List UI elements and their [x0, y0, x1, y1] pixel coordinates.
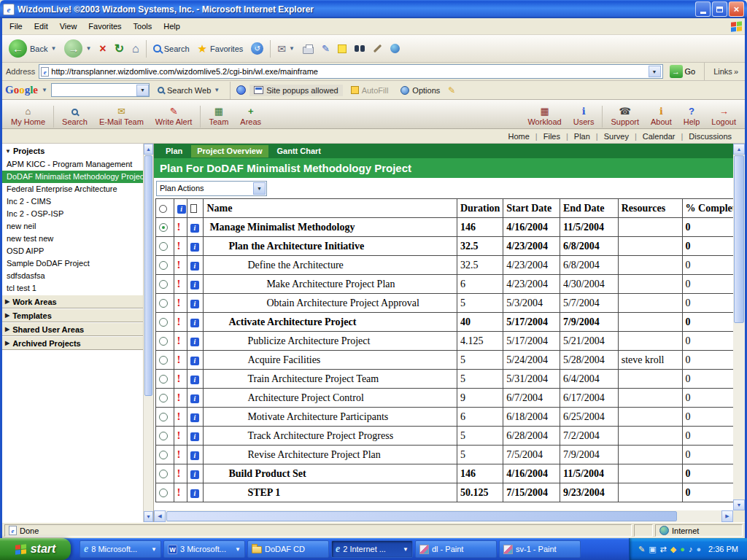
tab-project-overview[interactable]: Project Overview — [191, 145, 268, 158]
task-select-radio[interactable] — [159, 299, 168, 308]
home-button[interactable]: ⌂ — [128, 37, 143, 61]
sidebar-scrollbar-thumb[interactable] — [144, 155, 152, 396]
sidebar-project-item[interactable]: Inc 2 - OSP-ISP — [2, 208, 143, 220]
nav-files[interactable]: Files — [539, 132, 565, 141]
plan-actions-select[interactable]: Plan Actions ▼ — [156, 181, 267, 196]
sidebar-project-item[interactable]: OSD AIPP — [2, 245, 143, 257]
app-button-about[interactable]: ℹAbout — [645, 104, 678, 128]
scroll-left-button[interactable]: ◀ — [154, 510, 166, 522]
taskbar-item[interactable]: e8 Microsoft...▼ — [80, 540, 161, 558]
menu-file[interactable]: File — [4, 20, 28, 33]
vertical-scrollbar-thumb[interactable] — [734, 155, 744, 323]
task-select-radio[interactable] — [159, 489, 168, 497]
tab-plan[interactable]: Plan — [160, 145, 188, 158]
vertical-scrollbar[interactable]: ▲ ▼ — [733, 144, 745, 510]
app-button-write-alert[interactable]: ✎Write Alert — [150, 104, 198, 128]
print-button[interactable] — [299, 37, 317, 61]
history-button[interactable]: ↺ — [247, 37, 267, 61]
sidebar-project-item[interactable]: Inc 2 - CIMS — [2, 195, 143, 208]
task-name[interactable]: Define the Architecture — [204, 256, 457, 275]
favorites-button[interactable]: ★ Favorites — [194, 37, 247, 61]
sidebar-project-item[interactable]: new neil — [2, 220, 143, 233]
alert-icon[interactable]: ! — [177, 278, 181, 289]
task-select-radio[interactable] — [159, 451, 168, 459]
menu-view[interactable]: View — [54, 20, 83, 33]
pagerank-icon[interactable] — [236, 85, 246, 95]
address-dropdown-button[interactable]: ▼ — [649, 66, 661, 77]
horizontal-scrollbar-track[interactable] — [166, 510, 721, 522]
task-name[interactable]: Obtain Architecture Project Approval — [204, 294, 457, 313]
alert-icon[interactable]: ! — [177, 259, 181, 271]
info-icon[interactable]: i — [190, 243, 199, 252]
alert-icon[interactable]: ! — [177, 429, 181, 441]
notes-button[interactable] — [334, 37, 350, 61]
menu-help[interactable]: Help — [158, 20, 186, 33]
task-select-radio[interactable] — [159, 394, 168, 402]
ie-search-button[interactable]: Search — [150, 37, 193, 61]
highlighter-icon[interactable]: ✎ — [448, 85, 455, 96]
site-popups-button[interactable]: Site popups allowed — [249, 85, 342, 96]
nav-plan[interactable]: Plan — [570, 132, 595, 141]
taskbar-item[interactable]: DoDAF CD — [247, 540, 329, 558]
task-name[interactable]: Plan the Architecture Initiative — [204, 237, 457, 256]
tray-volume-icon[interactable]: ♪ — [689, 545, 693, 553]
alert-icon[interactable]: ! — [177, 297, 181, 308]
sidebar-project-item[interactable]: sdfsdasfsa — [2, 270, 143, 282]
nav-discussions[interactable]: Discussions — [684, 132, 736, 141]
scroll-down-button[interactable]: ▼ — [733, 499, 745, 510]
taskbar-item[interactable]: e2 Internet ...▼ — [331, 540, 413, 558]
task-select-radio[interactable] — [159, 242, 168, 251]
address-input[interactable] — [51, 67, 646, 76]
taskbar-item[interactable]: W3 Microsoft...▼ — [163, 540, 245, 558]
back-button[interactable]: ← Back ▼ — [5, 37, 60, 61]
sidebar-project-item[interactable]: new test new — [2, 233, 143, 245]
app-button-logout[interactable]: →Logout — [705, 104, 742, 128]
alert-icon[interactable]: ! — [177, 221, 181, 233]
scroll-up-button[interactable]: ▲ — [144, 144, 153, 155]
info-icon[interactable]: i — [190, 319, 199, 327]
menu-favorites[interactable]: Favorites — [82, 20, 127, 33]
task-name[interactable]: Architecture Project Control — [204, 389, 457, 408]
task-name[interactable]: Activate Architecture Project — [204, 313, 457, 332]
horizontal-scrollbar[interactable]: ◀ ▶ — [154, 510, 733, 522]
info-icon[interactable]: i — [190, 224, 199, 233]
alert-icon[interactable]: ! — [177, 354, 181, 365]
info-icon[interactable]: i — [190, 376, 199, 384]
sidebar-section-archived-projects[interactable]: ▶Archived Projects — [2, 336, 143, 350]
app-button-workload[interactable]: ▦Workload — [522, 104, 567, 128]
edit-button[interactable]: ✎ — [318, 37, 333, 61]
sidebar-section-templates[interactable]: ▶Templates — [2, 308, 143, 322]
discuss-button[interactable] — [351, 37, 368, 61]
stop-button[interactable]: × — [96, 37, 109, 61]
column-header-resources[interactable]: Resources — [618, 199, 682, 218]
sidebar-project-item[interactable]: DoDAF Minimalist Methodology Project — [2, 171, 143, 183]
sidebar-scrollbar[interactable]: ▲ ▼ — [143, 144, 154, 522]
horizontal-scrollbar-thumb[interactable] — [166, 511, 677, 521]
scroll-up-button[interactable]: ▲ — [733, 144, 745, 155]
app-button-my-home[interactable]: ⌂My Home — [5, 104, 51, 128]
task-name[interactable]: Publicize Architecture Project — [204, 332, 457, 351]
app-button-help[interactable]: ?Help — [678, 104, 706, 128]
task-select-radio[interactable] — [159, 318, 168, 327]
task-select-radio[interactable] — [159, 280, 168, 289]
app-button-search[interactable]: Search — [56, 106, 93, 128]
alert-icon[interactable]: ! — [177, 392, 181, 403]
info-icon[interactable]: i — [190, 338, 199, 346]
alert-icon[interactable]: ! — [177, 316, 181, 327]
alert-icon[interactable]: ! — [177, 411, 181, 422]
task-select-radio[interactable] — [159, 432, 168, 440]
nav-home[interactable]: Home — [504, 132, 534, 141]
task-select-radio[interactable] — [159, 337, 168, 346]
alert-icon[interactable]: ! — [177, 486, 181, 498]
forward-button[interactable]: → ▼ — [61, 37, 95, 61]
google-search-input[interactable] — [52, 86, 136, 95]
info-icon[interactable]: i — [190, 470, 199, 479]
tab-gantt-chart[interactable]: Gantt Chart — [271, 145, 328, 158]
scroll-down-button[interactable]: ▼ — [144, 511, 153, 522]
tray-shield-icon[interactable]: ◆ — [670, 545, 676, 553]
task-select-radio[interactable] — [159, 413, 168, 421]
task-select-radio[interactable] — [159, 261, 168, 270]
info-icon[interactable]: i — [190, 432, 199, 441]
app-button-areas[interactable]: +Areas — [234, 104, 267, 128]
info-icon[interactable]: i — [190, 357, 199, 365]
